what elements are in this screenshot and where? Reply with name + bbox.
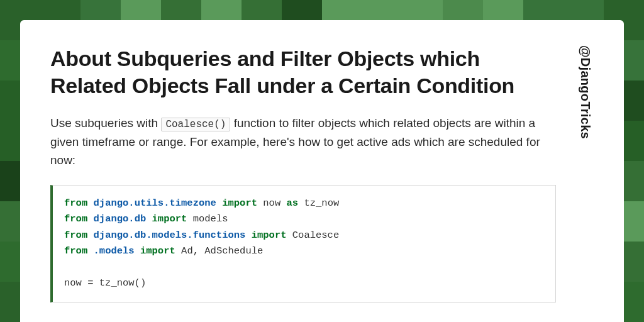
main-column: About Subqueries and Filter Objects whic… <box>50 45 556 322</box>
sidebar: @DjangoTricks <box>576 45 594 322</box>
code-block: from django.utils.timezone import now as… <box>50 185 556 303</box>
author-handle: @DjangoTricks <box>578 45 592 139</box>
desc-part-a: Use subqueries with <box>50 116 161 130</box>
inline-code: Coalesce() <box>161 118 230 131</box>
page-title: About Subqueries and Filter Objects whic… <box>50 45 556 99</box>
content-card: About Subqueries and Filter Objects whic… <box>20 20 624 322</box>
description: Use subqueries with Coalesce() function … <box>50 114 556 170</box>
